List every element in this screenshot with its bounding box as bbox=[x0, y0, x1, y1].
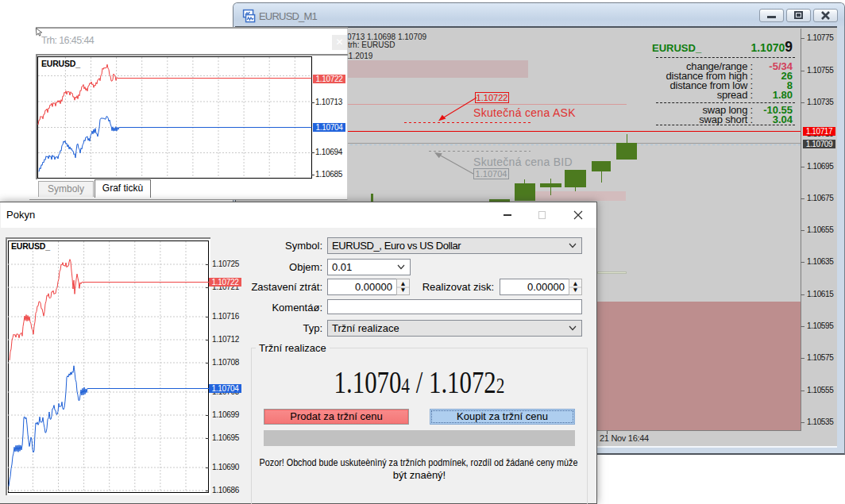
svg-text:EURUSD_: EURUSD_ bbox=[11, 241, 50, 251]
svg-text:EURUSD_: EURUSD_ bbox=[41, 59, 80, 68]
